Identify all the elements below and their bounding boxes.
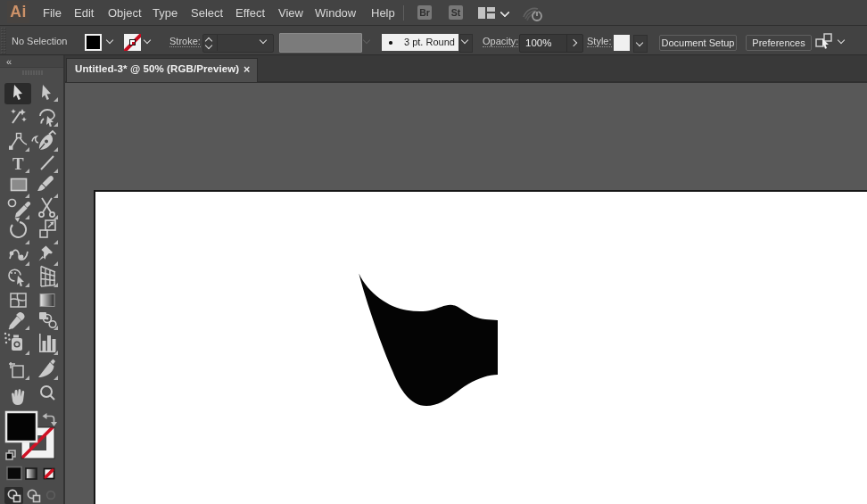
svg-text:T: T (12, 154, 24, 173)
